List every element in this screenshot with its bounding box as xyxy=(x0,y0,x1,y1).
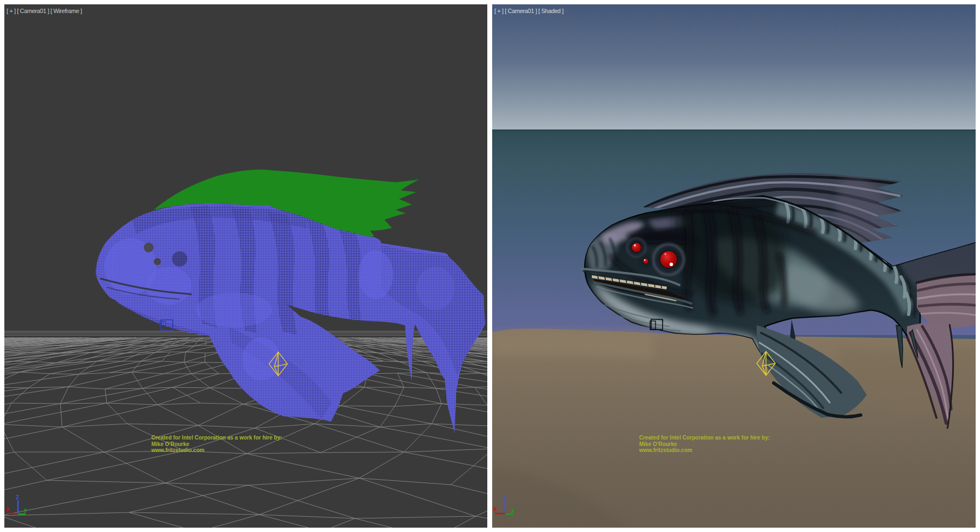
svg-text:Z: Z xyxy=(503,494,506,500)
svg-text:X: X xyxy=(6,506,10,512)
svg-text:Z: Z xyxy=(16,494,19,500)
svg-text:y: y xyxy=(24,507,27,513)
svg-text:y: y xyxy=(511,507,514,513)
svg-text:X: X xyxy=(493,506,497,512)
